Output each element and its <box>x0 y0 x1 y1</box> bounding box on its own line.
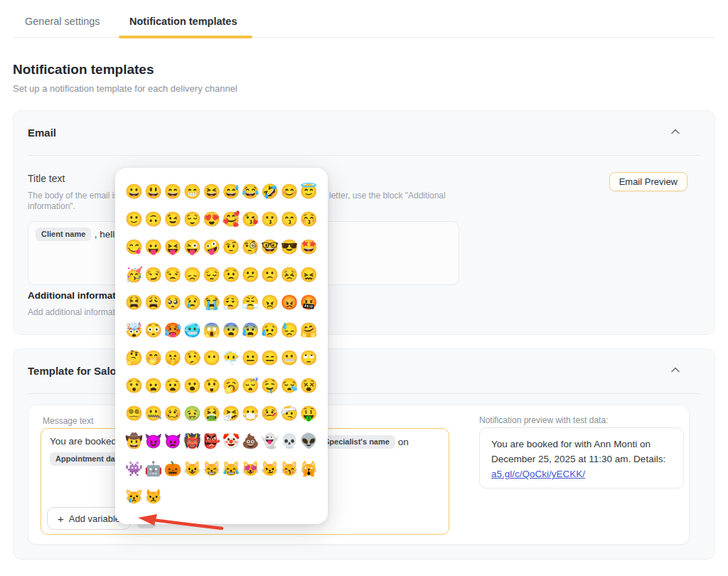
emoji-option[interactable]: 👺 <box>202 427 221 454</box>
emoji-option[interactable]: 😮 <box>183 371 202 399</box>
emoji-option[interactable]: 😻 <box>241 454 260 482</box>
emoji-option[interactable]: 🤧 <box>221 399 240 427</box>
tab-general-settings[interactable]: General settings <box>25 16 100 27</box>
emoji-option[interactable]: 🤯 <box>124 316 144 343</box>
emoji-option[interactable]: 😪 <box>279 371 299 399</box>
emoji-option[interactable]: 😊 <box>279 177 299 205</box>
preview-details-link[interactable]: a5.gl/c/QoCki/yECKK/ <box>491 469 585 479</box>
emoji-option[interactable]: 😸 <box>202 454 221 482</box>
emoji-option[interactable]: 😵‍💫 <box>124 399 144 427</box>
emoji-option[interactable]: 😟 <box>221 260 240 288</box>
emoji-option[interactable]: 😥 <box>260 316 279 343</box>
emoji-option[interactable]: 😈 <box>144 427 163 454</box>
emoji-option[interactable]: 😴 <box>241 371 260 399</box>
emoji-option[interactable]: 😺 <box>183 454 202 482</box>
emoji-option[interactable]: 😇 <box>299 177 318 205</box>
emoji-option[interactable]: 😧 <box>164 371 183 399</box>
emoji-option[interactable]: 😢 <box>183 288 202 316</box>
emoji-option[interactable]: 😍 <box>202 205 221 233</box>
emoji-option[interactable]: 🤡 <box>221 427 240 454</box>
emoji-option[interactable]: 💀 <box>279 427 299 454</box>
emoji-option[interactable]: 😑 <box>260 343 279 371</box>
emoji-option[interactable]: 🥰 <box>221 205 240 233</box>
emoji-option[interactable]: 😰 <box>241 316 260 343</box>
emoji-option[interactable]: 🤗 <box>299 316 318 343</box>
emoji-option[interactable]: 🥺 <box>164 288 183 316</box>
emoji-option[interactable]: 🤢 <box>183 399 202 427</box>
emoji-option[interactable]: 😄 <box>164 177 183 205</box>
emoji-option[interactable]: 🤩 <box>299 233 318 260</box>
emoji-option[interactable]: 🤮 <box>202 399 221 427</box>
emoji-option[interactable]: 😤 <box>241 288 260 316</box>
emoji-option[interactable]: 😵 <box>299 371 318 399</box>
emoji-option[interactable]: 😓 <box>279 316 299 343</box>
emoji-option[interactable]: 😐 <box>241 343 260 371</box>
emoji-option[interactable]: 😦 <box>144 371 163 399</box>
emoji-option[interactable]: 🤫 <box>164 343 183 371</box>
emoji-option[interactable]: 😭 <box>202 288 221 316</box>
emoji-option[interactable]: 😖 <box>299 260 318 288</box>
emoji-option[interactable]: 🙃 <box>144 205 163 233</box>
emoji-option[interactable]: 💩 <box>241 427 260 454</box>
emoji-option[interactable]: 👻 <box>260 427 279 454</box>
emoji-option[interactable]: 😒 <box>164 260 183 288</box>
emoji-option[interactable]: 😹 <box>221 454 240 482</box>
emoji-option[interactable]: 😮‍💨 <box>221 288 240 316</box>
emoji-option[interactable]: 😷 <box>241 399 260 427</box>
emoji-option[interactable]: 😏 <box>144 260 163 288</box>
emoji-option[interactable]: 🤕 <box>279 399 299 427</box>
emoji-option[interactable]: 🤖 <box>144 454 163 482</box>
emoji-option[interactable]: 🤬 <box>299 288 318 316</box>
emoji-option[interactable]: 😬 <box>279 343 299 371</box>
emoji-option[interactable]: 😯 <box>124 371 144 399</box>
client-name-variable-chip[interactable]: Client name <box>36 228 91 241</box>
emoji-option[interactable]: 🙂 <box>124 205 144 233</box>
emoji-option[interactable]: 😽 <box>279 454 299 482</box>
emoji-option[interactable]: 😝 <box>164 233 183 260</box>
emoji-option[interactable]: 🤣 <box>260 177 279 205</box>
emoji-option[interactable]: 😱 <box>202 316 221 343</box>
emoji-option[interactable]: 😣 <box>279 260 299 288</box>
emoji-option[interactable]: 🤐 <box>144 399 163 427</box>
emoji-option[interactable]: 🤔 <box>124 343 144 371</box>
emoji-option[interactable]: 😳 <box>144 316 163 343</box>
collapse-email-chevron-up-icon[interactable] <box>670 128 680 135</box>
emoji-option[interactable]: 😕 <box>241 260 260 288</box>
emoji-option[interactable]: 🥱 <box>221 371 240 399</box>
emoji-option[interactable]: 😂 <box>241 177 260 205</box>
emoji-option[interactable]: 🤑 <box>299 399 318 427</box>
emoji-option[interactable]: 😿 <box>124 482 144 510</box>
collapse-template-chevron-up-icon[interactable] <box>670 366 680 373</box>
emoji-option[interactable]: 🤨 <box>221 233 240 260</box>
emoji-option[interactable]: 🤥 <box>183 343 202 371</box>
specialist-name-variable-chip[interactable]: Specialist's name <box>318 435 395 449</box>
emoji-option[interactable]: 😘 <box>241 205 260 233</box>
emoji-option[interactable]: 😨 <box>221 316 240 343</box>
emoji-option[interactable]: 🥶 <box>183 316 202 343</box>
emoji-option[interactable]: 🥴 <box>164 399 183 427</box>
emoji-option[interactable]: 😅 <box>221 177 240 205</box>
emoji-option[interactable]: 😋 <box>124 233 144 260</box>
emoji-option[interactable]: 🙄 <box>299 343 318 371</box>
emoji-option[interactable]: 😛 <box>144 233 163 260</box>
emoji-option[interactable]: 🙀 <box>299 454 318 482</box>
emoji-option[interactable]: 🤒 <box>260 399 279 427</box>
emoji-option[interactable]: 🎃 <box>164 454 183 482</box>
emoji-option[interactable]: 😙 <box>279 205 299 233</box>
emoji-option[interactable]: 🧐 <box>241 233 260 260</box>
tab-notification-templates[interactable]: Notification templates <box>129 16 237 27</box>
emoji-option[interactable]: 😾 <box>144 482 163 510</box>
email-preview-button[interactable]: Email Preview <box>609 172 687 191</box>
emoji-option[interactable]: 👾 <box>124 454 144 482</box>
emoji-option[interactable]: 😆 <box>202 177 221 205</box>
emoji-option[interactable]: 😶‍🌫️ <box>221 343 240 371</box>
emoji-option[interactable]: 😔 <box>202 260 221 288</box>
emoji-option[interactable]: 😃 <box>144 177 163 205</box>
emoji-option[interactable]: 😶 <box>202 343 221 371</box>
emoji-option[interactable]: 😞 <box>183 260 202 288</box>
emoji-option[interactable]: 🙁 <box>260 260 279 288</box>
emoji-option[interactable]: 👿 <box>164 427 183 454</box>
emoji-option[interactable]: 🤤 <box>260 371 279 399</box>
emoji-option[interactable]: 🤪 <box>202 233 221 260</box>
emoji-option[interactable]: 😩 <box>144 288 163 316</box>
